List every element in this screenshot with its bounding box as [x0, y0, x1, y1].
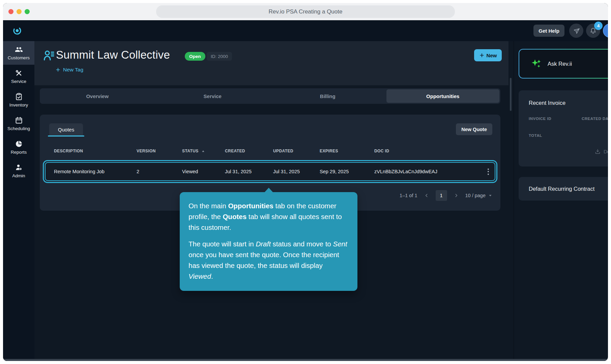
tab-service[interactable]: Service: [156, 89, 269, 103]
plus-icon: [55, 67, 61, 72]
quotes-subtab-underline: [48, 135, 84, 136]
sidebar-item-customers[interactable]: Customers: [3, 41, 34, 65]
new-quote-label: New Quote: [461, 127, 487, 132]
recent-invoice-title: Recent Invoice: [529, 100, 565, 106]
window-title: Rev.io PSA Creating a Quote: [156, 5, 455, 18]
ask-revii-label: Ask Rev.ii: [548, 61, 572, 67]
column-version[interactable]: VERSION: [137, 149, 182, 153]
sort-asc-icon: [201, 149, 205, 153]
quote-table-row[interactable]: Remote Monitoring Job 2 Viewed Jul 31, 2…: [45, 162, 495, 181]
sparkles-ai-icon: [531, 59, 542, 69]
service-tools-icon: [15, 69, 23, 77]
download-invoice-button[interactable]: Download: [594, 148, 608, 155]
notification-count-badge: 4: [594, 22, 603, 30]
inventory-clipboard-icon: [15, 93, 23, 101]
horizontal-scrollbar[interactable]: [3, 359, 608, 361]
sidebar-label-inventory: Inventory: [9, 102, 28, 108]
close-window-button[interactable]: [8, 9, 13, 14]
tab-billing[interactable]: Billing: [271, 89, 384, 103]
customer-status-badge: Open: [185, 52, 205, 61]
sidebar-label-scheduling: Scheduling: [7, 126, 30, 131]
download-icon: [594, 148, 601, 155]
content-divider: [514, 41, 514, 361]
quote-created: Jul 31, 2025: [225, 169, 273, 174]
chevron-right-icon: [454, 193, 459, 198]
customer-name: Summit Law Collective: [56, 49, 170, 61]
invoice-id-label: INVOICE ID: [529, 117, 551, 121]
column-expires[interactable]: EXPIRES: [320, 149, 374, 153]
vertical-scrollbar-thumb[interactable]: [510, 78, 512, 111]
sidebar-item-reports[interactable]: Reports: [3, 135, 34, 159]
tooltip-paragraph-2: The quote will start in Draft status and…: [188, 239, 347, 282]
admin-user-gear-icon: [15, 163, 23, 172]
page-size-value: 10 / page: [465, 193, 486, 198]
quote-description: Remote Monitoring Job: [54, 169, 137, 174]
scheduling-calendar-icon: [15, 116, 23, 124]
new-button[interactable]: New: [474, 49, 502, 61]
quotes-table-header: DESCRIPTION VERSION STATUS CREATED UPDAT…: [40, 146, 500, 156]
send-feedback-button[interactable]: [569, 24, 583, 38]
new-tag-button[interactable]: New Tag: [55, 67, 83, 73]
zoom-window-button[interactable]: [25, 9, 30, 14]
previous-page-button[interactable]: [422, 191, 431, 200]
tutorial-tooltip: On the main Opportunities tab on the cus…: [180, 192, 357, 291]
sidebar-item-admin[interactable]: Admin: [3, 159, 34, 183]
column-description[interactable]: DESCRIPTION: [54, 149, 137, 153]
customer-tabs: Overview Service Billing Opportunities: [40, 88, 500, 104]
plus-icon: [479, 53, 485, 58]
minimize-window-button[interactable]: [17, 9, 22, 14]
new-quote-button[interactable]: New Quote: [456, 123, 492, 135]
tab-overview[interactable]: Overview: [41, 89, 154, 103]
customers-people-icon: [15, 46, 23, 54]
paper-plane-icon: [573, 27, 580, 34]
customer-id-badge: ID: 2000: [207, 52, 232, 61]
column-doc-id[interactable]: DOC ID: [374, 149, 486, 153]
new-tag-label: New Tag: [63, 67, 83, 73]
quote-version: 2: [137, 169, 182, 174]
download-label: Download: [604, 149, 608, 154]
sidebar-label-reports: Reports: [11, 150, 27, 155]
pagination-range: 1–1 of 1: [400, 193, 417, 198]
tab-billing-label: Billing: [320, 93, 336, 99]
column-created[interactable]: CREATED: [225, 149, 273, 153]
get-help-button[interactable]: Get Help: [533, 25, 564, 37]
quote-status: Viewed: [182, 169, 225, 174]
next-page-button[interactable]: [452, 191, 461, 200]
created-date-label: CREATED DATE: [582, 117, 608, 121]
quote-updated: Jul 31, 2025: [273, 169, 320, 174]
tooltip-paragraph-1: On the main Opportunities tab on the cus…: [188, 201, 347, 233]
chevron-left-icon: [424, 193, 429, 198]
top-nav: Get Help 4: [3, 20, 608, 41]
quote-doc-id: zVLnBbZBJvLaCnJd9dwEAJ: [374, 169, 484, 174]
page-size-selector[interactable]: 10 / page: [465, 193, 492, 198]
quotes-subtab-label: Quotes: [58, 127, 74, 132]
primary-sidebar: Customers Service Inventory: [3, 41, 34, 361]
notifications-button[interactable]: 4: [586, 24, 600, 38]
sidebar-item-inventory[interactable]: Inventory: [3, 88, 34, 112]
tab-opportunities[interactable]: Opportunities: [386, 89, 500, 103]
quote-expires: Sep 29, 2025: [320, 169, 374, 174]
default-recurring-contract-panel: Default Recurring Contract: [519, 177, 608, 201]
user-avatar[interactable]: [603, 24, 608, 38]
new-button-label: New: [487, 53, 497, 58]
contract-title: Default Recurring Contract: [529, 186, 594, 192]
get-help-label: Get Help: [539, 28, 559, 34]
app-window: Rev.io PSA Creating a Quote Get Help: [3, 3, 608, 361]
sidebar-label-admin: Admin: [12, 173, 25, 178]
customer-header: Summit Law Collective Open ID: 2000 New …: [34, 41, 508, 85]
column-status[interactable]: STATUS: [182, 149, 225, 153]
sidebar-item-scheduling[interactable]: Scheduling: [3, 112, 34, 135]
customer-profile-icon: [42, 49, 55, 62]
page-number-button[interactable]: 1: [436, 190, 447, 201]
sidebar-label-service: Service: [11, 79, 26, 84]
row-actions-kebab-menu[interactable]: [484, 166, 493, 177]
quotes-subtab[interactable]: Quotes: [49, 123, 83, 135]
column-updated[interactable]: UPDATED: [273, 149, 320, 153]
ask-revii-panel[interactable]: Ask Rev.ii: [519, 49, 608, 79]
macos-titlebar: Rev.io PSA Creating a Quote: [3, 3, 608, 20]
tab-service-label: Service: [204, 93, 222, 99]
total-label: TOTAL: [529, 133, 542, 138]
sidebar-item-service[interactable]: Service: [3, 65, 34, 88]
revio-logo-icon[interactable]: [12, 26, 22, 35]
tab-opportunities-label: Opportunities: [426, 93, 459, 99]
